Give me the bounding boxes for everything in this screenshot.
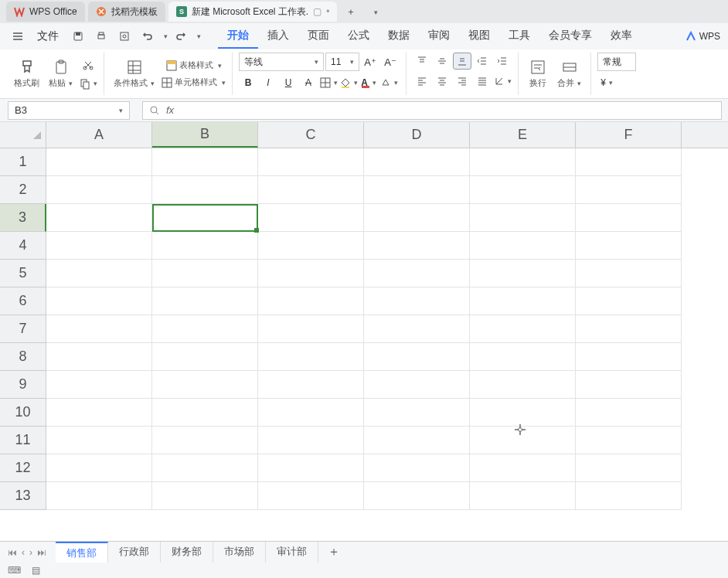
cell-B6[interactable]: [152, 287, 258, 315]
table-style-button[interactable]: 表格样式▾: [165, 60, 222, 72]
save-icon[interactable]: [68, 26, 88, 46]
cell-D13[interactable]: [364, 482, 470, 510]
status-icon-1[interactable]: ⌨: [8, 565, 21, 576]
increase-font-icon[interactable]: A⁺: [361, 53, 379, 70]
sheet-tab-财务部[interactable]: 财务部: [161, 542, 213, 563]
undo-icon[interactable]: [138, 26, 158, 46]
align-middle-icon[interactable]: [433, 53, 451, 70]
cell-D1[interactable]: [364, 148, 470, 176]
format-brush-button[interactable]: 格式刷: [11, 57, 43, 90]
cell-C2[interactable]: [258, 176, 364, 204]
cell-F4[interactable]: [576, 232, 682, 260]
menu-item-审阅[interactable]: 审阅: [419, 24, 459, 49]
cell-C9[interactable]: [258, 371, 364, 399]
undo-dropdown[interactable]: ▾: [164, 32, 168, 40]
add-sheet-button[interactable]: ＋: [320, 541, 348, 563]
cell-D10[interactable]: [364, 399, 470, 427]
row-header-7[interactable]: 7: [0, 315, 46, 343]
cell-B4[interactable]: [152, 232, 258, 260]
cell-C1[interactable]: [258, 148, 364, 176]
row-header-5[interactable]: 5: [0, 260, 46, 287]
font-name-select[interactable]: 等线▾: [239, 53, 324, 71]
cell-B7[interactable]: [152, 315, 258, 343]
title-tab-document[interactable]: S 新建 Microsoft Excel 工作表. ▢ •: [168, 2, 338, 22]
cell-D6[interactable]: [364, 287, 470, 315]
currency-icon[interactable]: ¥▾: [597, 74, 616, 91]
menu-item-插入[interactable]: 插入: [258, 24, 298, 49]
cell-E6[interactable]: [470, 287, 576, 315]
menu-item-数据[interactable]: 数据: [379, 24, 419, 49]
cell-C4[interactable]: [258, 232, 364, 260]
col-header-D[interactable]: D: [364, 122, 470, 148]
cell-A2[interactable]: [46, 176, 152, 204]
cell-F5[interactable]: [576, 260, 682, 287]
cell-B10[interactable]: [152, 399, 258, 427]
cell-B13[interactable]: [152, 482, 258, 510]
cell-D3[interactable]: [364, 204, 470, 232]
cell-E9[interactable]: [470, 371, 576, 399]
sheet-tab-行政部[interactable]: 行政部: [108, 542, 161, 563]
decrease-indent-icon[interactable]: [473, 53, 492, 70]
cell-B5[interactable]: [152, 260, 258, 287]
cell-F9[interactable]: [576, 371, 682, 399]
cell-B3[interactable]: [152, 204, 258, 232]
number-format-select[interactable]: 常规: [597, 53, 636, 71]
print-icon[interactable]: [91, 26, 111, 46]
decrease-font-icon[interactable]: A⁻: [381, 53, 400, 70]
fill-color-icon[interactable]: ▾: [339, 74, 358, 91]
cell-A7[interactable]: [46, 315, 152, 343]
fx-icon[interactable]: fx: [166, 104, 174, 116]
col-header-C[interactable]: C: [258, 122, 364, 148]
cell-E3[interactable]: [470, 204, 576, 232]
menu-item-开始[interactable]: 开始: [218, 24, 258, 49]
sheet-nav-prev-icon[interactable]: ‹: [22, 547, 25, 558]
row-header-12[interactable]: 12: [0, 454, 46, 482]
redo-icon[interactable]: [171, 26, 191, 46]
cell-D5[interactable]: [364, 260, 470, 287]
cell-B8[interactable]: [152, 343, 258, 371]
cell-C10[interactable]: [258, 399, 364, 427]
row-header-9[interactable]: 9: [0, 371, 46, 399]
row-header-6[interactable]: 6: [0, 287, 46, 315]
cell-E13[interactable]: [470, 482, 576, 510]
cell-F2[interactable]: [576, 176, 682, 204]
file-menu[interactable]: 文件: [31, 29, 65, 43]
cell-F12[interactable]: [576, 454, 682, 482]
cell-F8[interactable]: [576, 343, 682, 371]
title-tab-template[interactable]: 找稻壳模板: [88, 2, 165, 22]
cell-C11[interactable]: [258, 427, 364, 454]
new-tab-button[interactable]: ＋: [340, 2, 362, 22]
cell-F7[interactable]: [576, 315, 682, 343]
border-icon[interactable]: ▾: [319, 74, 338, 91]
orientation-icon[interactable]: ▾: [493, 73, 512, 90]
sheet-tab-审计部[interactable]: 审计部: [266, 542, 318, 563]
formula-input[interactable]: fx: [142, 101, 722, 120]
row-header-2[interactable]: 2: [0, 176, 46, 204]
cell-D4[interactable]: [364, 232, 470, 260]
cell-E4[interactable]: [470, 232, 576, 260]
cell-A4[interactable]: [46, 232, 152, 260]
menu-item-页面[interactable]: 页面: [298, 24, 338, 49]
wps-ai-button[interactable]: WPS: [685, 31, 720, 42]
row-header-3[interactable]: 3: [0, 204, 46, 232]
cell-F1[interactable]: [576, 148, 682, 176]
conditional-format-button[interactable]: 条件格式▾: [111, 57, 158, 90]
col-header-E[interactable]: E: [470, 122, 576, 148]
align-left-icon[interactable]: [413, 73, 431, 90]
cell-A12[interactable]: [46, 454, 152, 482]
cell-A8[interactable]: [46, 343, 152, 371]
cell-E5[interactable]: [470, 260, 576, 287]
col-header-F[interactable]: F: [576, 122, 682, 148]
cell-E12[interactable]: [470, 454, 576, 482]
menu-item-视图[interactable]: 视图: [459, 24, 499, 49]
row-header-4[interactable]: 4: [0, 232, 46, 260]
sheet-nav-next-icon[interactable]: ›: [29, 547, 32, 558]
menu-item-公式[interactable]: 公式: [338, 24, 379, 49]
align-right-icon[interactable]: [453, 73, 471, 90]
cell-F13[interactable]: [576, 482, 682, 510]
row-header-8[interactable]: 8: [0, 343, 46, 371]
cell-B1[interactable]: [152, 148, 258, 176]
sheet-tab-市场部[interactable]: 市场部: [213, 542, 266, 563]
cell-C5[interactable]: [258, 260, 364, 287]
cell-A6[interactable]: [46, 287, 152, 315]
